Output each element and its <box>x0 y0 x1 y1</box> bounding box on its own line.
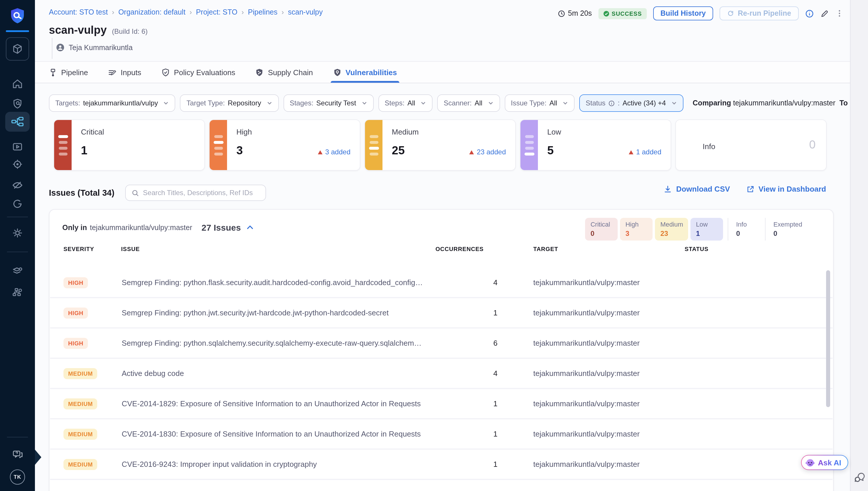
col-severity: SEVERITY <box>63 246 94 252</box>
pipelines-nav-active[interactable] <box>5 112 30 132</box>
edit-pencil-icon[interactable] <box>820 9 829 18</box>
filter-issue-type[interactable]: Issue Type:All <box>504 94 575 112</box>
chip-critical[interactable]: Critical0 <box>585 218 618 240</box>
chevron-down-icon <box>420 100 426 106</box>
kebab-menu-icon[interactable] <box>835 9 843 18</box>
chevron-down-icon <box>671 100 677 106</box>
chip-exempted[interactable]: Exempted0 <box>765 218 807 240</box>
occurrences: 4 <box>484 369 507 378</box>
help-chat-icon[interactable] <box>6 446 29 462</box>
baselines-refresh-icon[interactable] <box>6 196 29 212</box>
author-name: Teja Kummarikuntla <box>69 44 133 52</box>
delta-added: 1 added <box>628 148 661 156</box>
table-scrollbar[interactable] <box>826 270 830 407</box>
card-critical[interactable]: Critical 1 <box>54 119 205 171</box>
chip-medium[interactable]: Medium23 <box>655 218 688 240</box>
chip-low[interactable]: Low1 <box>691 218 723 240</box>
default-settings-layers-icon[interactable] <box>6 263 29 280</box>
targets-crosshair-icon[interactable] <box>6 156 29 172</box>
page-title: scan-vulpy <box>49 24 107 37</box>
info-icon[interactable] <box>805 9 814 18</box>
rerun-pipeline-button[interactable]: Re-run Pipeline <box>720 6 799 20</box>
table-row[interactable]: MEDIUM Active debug code 4 tejakummariku… <box>50 359 833 388</box>
table-header: SEVERITY ISSUE OCCURRENCES TARGET STATUS <box>50 246 833 259</box>
refresh-icon <box>727 10 734 17</box>
breadcrumb-separator: › <box>238 8 248 16</box>
tab-pipeline[interactable]: Pipeline <box>49 62 88 83</box>
author-row: Teja Kummarikuntla <box>56 43 133 52</box>
filter-stages[interactable]: Stages:Security Test <box>283 94 373 112</box>
severity-gauge-icon <box>365 120 382 170</box>
pipeline-icon <box>49 68 57 77</box>
table-row[interactable]: MEDIUM CVE-2014-1829: Exposure of Sensit… <box>50 389 833 418</box>
triangle-up-icon <box>469 150 474 154</box>
severity-badge: MEDIUM <box>63 368 97 379</box>
tab-vulnerabilities[interactable]: Vulnerabilities <box>333 62 397 83</box>
delegates-network-icon[interactable] <box>6 284 29 300</box>
support-chat-icon[interactable] <box>854 472 865 483</box>
breadcrumb-project[interactable]: Project: STO <box>196 8 238 16</box>
title-row: scan-vulpy (Build Id: 6) <box>49 24 148 37</box>
home-icon[interactable] <box>6 76 29 92</box>
target: tejakummarikuntla/vulpy:master <box>533 339 640 347</box>
ai-robot-icon <box>805 458 815 467</box>
filter-targets[interactable]: Targets:tejakummarikuntla/vulpy <box>49 94 176 112</box>
active-tab-underline <box>330 81 399 83</box>
issue-title: Semgrep Finding: python.sqlalchemy.secur… <box>122 339 424 347</box>
avatar-initials: TK <box>14 474 21 480</box>
issue-title: Active debug code <box>122 369 184 378</box>
table-row[interactable]: HIGH Semgrep Finding: python.flask.secur… <box>50 268 833 297</box>
ask-ai-button[interactable]: Ask AI <box>801 455 848 470</box>
executions-play-icon[interactable] <box>6 139 29 155</box>
table-row[interactable]: HIGH Semgrep Finding: python.sqlalchemy.… <box>50 328 833 357</box>
filter-target-type[interactable]: Target Type:Repository <box>180 94 279 112</box>
card-medium[interactable]: Medium 25 23 added <box>365 119 516 171</box>
issues-toolbar: Issues (Total 34) <box>49 185 266 201</box>
table-row-partial[interactable] <box>50 480 833 491</box>
table-row[interactable]: HIGH Semgrep Finding: python.jwt.securit… <box>50 298 833 327</box>
triangle-up-icon <box>317 150 322 154</box>
table-row[interactable]: MEDIUM CVE-2016-9243: Improper input val… <box>50 450 833 479</box>
chip-high[interactable]: High3 <box>620 218 653 240</box>
breadcrumb-pipelines[interactable]: Pipelines <box>248 8 277 16</box>
occurrences: 1 <box>484 309 507 317</box>
build-history-button[interactable]: Build History <box>653 6 713 20</box>
filter-scanner[interactable]: Scanner:All <box>437 94 500 112</box>
target: tejakummarikuntla/vulpy:master <box>533 399 640 408</box>
search-input[interactable] <box>143 189 259 197</box>
comparing-text: Comparing tejakummarikuntla/vulpy:master… <box>693 99 868 107</box>
filter-status[interactable]: Status : Active (34) +4 <box>579 94 683 112</box>
user-avatar[interactable]: TK <box>10 469 25 485</box>
external-link-icon <box>746 185 754 193</box>
exemptions-eye-off-icon[interactable] <box>6 177 29 193</box>
overview-shield-search-icon[interactable] <box>6 95 29 112</box>
card-high[interactable]: High 3 3 added <box>209 119 360 171</box>
tab-supply-chain[interactable]: Supply Chain <box>255 62 313 83</box>
chevron-down-icon <box>488 100 493 106</box>
issue-title: Semgrep Finding: python.flask.security.a… <box>122 278 424 287</box>
tab-inputs[interactable]: Inputs <box>108 62 142 83</box>
sto-shield-logo[interactable] <box>8 7 27 26</box>
tab-policy-evaluations[interactable]: Policy Evaluations <box>161 62 235 83</box>
breadcrumb-account[interactable]: Account: STO test <box>49 8 108 16</box>
table-row[interactable]: MEDIUM CVE-2014-1830: Exposure of Sensit… <box>50 420 833 449</box>
card-info[interactable]: Info 0 <box>675 119 827 171</box>
module-selector-cube-icon[interactable] <box>6 37 29 61</box>
right-rail <box>850 0 868 491</box>
target: tejakummarikuntla/vulpy:master <box>533 278 640 287</box>
breadcrumb: Account: STO test › Organization: defaul… <box>49 8 323 16</box>
severity-badge: MEDIUM <box>63 398 97 409</box>
chevron-up-icon[interactable] <box>246 224 253 231</box>
sidebar-expand-handle[interactable] <box>35 450 41 465</box>
chip-info[interactable]: Info0 <box>728 218 761 240</box>
card-low[interactable]: Low 5 1 added <box>520 119 671 171</box>
breadcrumb-organization[interactable]: Organization: default <box>118 8 185 16</box>
breadcrumb-pipeline-name[interactable]: scan-vulpy <box>288 8 323 16</box>
search-box <box>125 185 266 201</box>
settings-gear-icon[interactable] <box>6 225 29 241</box>
filter-steps[interactable]: Steps:All <box>378 94 433 112</box>
build-id: (Build Id: 6) <box>112 27 148 35</box>
issue-title: Semgrep Finding: python.jwt.security.jwt… <box>122 309 389 317</box>
download-csv-button[interactable]: Download CSV <box>664 185 730 193</box>
view-in-dashboard-button[interactable]: View in Dashboard <box>746 185 826 193</box>
